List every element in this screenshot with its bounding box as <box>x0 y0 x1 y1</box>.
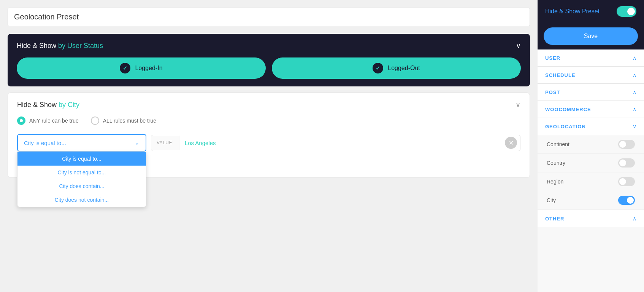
any-rule-label: ANY rule can be true <box>29 118 79 124</box>
sidebar-section-post[interactable]: POST ∧ <box>538 84 644 101</box>
logged-in-check <box>120 63 130 73</box>
all-rule-label: ALL rules must be true <box>103 118 156 124</box>
sidebar-user-label: USER <box>545 55 560 61</box>
right-sidebar: Hide & Show Preset Save USER ∧ SCHEDULE … <box>538 0 644 292</box>
sidebar-section-schedule[interactable]: SCHEDULE ∧ <box>538 67 644 84</box>
logged-in-label: Logged-In <box>135 65 162 72</box>
sidebar-other-chevron: ∧ <box>633 215 636 222</box>
all-rule-radio <box>91 116 99 125</box>
sidebar-schedule-chevron: ∧ <box>633 72 636 78</box>
logged-in-button[interactable]: Logged-In <box>17 57 266 79</box>
user-status-chevron[interactable]: ∨ <box>516 41 521 50</box>
dropdown-item-not-contains[interactable]: City does not contain... <box>17 193 146 207</box>
condition-dropdown-wrapper: City is equal to... ⌄ City is equal to..… <box>17 134 146 152</box>
geo-item-city: City <box>538 191 644 210</box>
value-wrapper: VALUE: ✕ <box>151 135 520 151</box>
geo-country-toggle[interactable] <box>618 158 635 168</box>
value-input[interactable] <box>179 135 505 151</box>
preset-toggle-switch[interactable] <box>617 6 636 17</box>
dropdown-chevron-icon: ⌄ <box>135 139 140 146</box>
logged-out-label: Logged-Out <box>388 65 420 72</box>
dropdown-item-equal[interactable]: City is equal to... <box>17 152 146 166</box>
sidebar-woocommerce-chevron: ∧ <box>633 106 636 112</box>
geo-continent-toggle[interactable] <box>618 140 635 149</box>
sidebar-section-geolocation[interactable]: GEOLOCATION ∨ <box>538 118 644 135</box>
geo-item-region: Region <box>538 172 644 191</box>
sidebar-post-label: POST <box>545 89 560 95</box>
dropdown-item-contains[interactable]: City does contain... <box>17 179 146 193</box>
sidebar-geolocation-label: GEOLOCATION <box>545 124 586 129</box>
sidebar-woocommerce-label: WOOCOMMERCE <box>545 107 591 112</box>
logged-out-check <box>373 63 383 73</box>
save-button[interactable]: Save <box>544 27 638 45</box>
sidebar-header: Hide & Show Preset <box>538 0 644 23</box>
user-status-section: Hide & Show by User Status ∨ Logged-In L… <box>8 34 530 86</box>
geo-city-toggle[interactable] <box>618 196 635 205</box>
city-section-title: Hide & Show by City <box>17 101 79 109</box>
geo-country-label: Country <box>547 160 565 166</box>
sidebar-section-other[interactable]: OTHER ∧ <box>538 210 644 227</box>
city-section-chevron[interactable]: ∨ <box>516 101 520 109</box>
dropdown-selected-value: City is equal to... <box>24 140 66 146</box>
geo-region-toggle[interactable] <box>618 177 635 186</box>
geo-continent-label: Continent <box>547 141 569 147</box>
condition-dropdown-menu: City is equal to... City is not equal to… <box>17 152 146 207</box>
geo-region-label: Region <box>547 179 563 185</box>
geo-item-continent: Continent <box>538 135 644 154</box>
sidebar-section-user[interactable]: USER ∧ <box>538 49 644 67</box>
user-status-title: Hide & Show by User Status <box>17 42 103 50</box>
value-label: VALUE: <box>151 136 179 150</box>
logged-out-button[interactable]: Logged-Out <box>272 57 521 79</box>
preset-title-input[interactable] <box>8 8 530 26</box>
sidebar-user-chevron: ∧ <box>633 55 636 61</box>
sidebar-section-woocommerce[interactable]: WOOCOMMERCE ∧ <box>538 101 644 118</box>
city-section: Hide & Show by City ∨ ANY rule can be tr… <box>8 93 530 178</box>
any-rule-radio <box>17 116 25 125</box>
dropdown-item-not-equal[interactable]: City is not equal to... <box>17 166 146 179</box>
sidebar-post-chevron: ∧ <box>633 89 636 95</box>
sidebar-sections: USER ∧ SCHEDULE ∧ POST ∧ WOOCOMMERCE ∧ G… <box>538 49 644 292</box>
sidebar-geolocation-chevron: ∨ <box>633 123 636 129</box>
geo-city-label: City <box>547 197 556 203</box>
sidebar-schedule-label: SCHEDULE <box>545 72 576 78</box>
condition-dropdown-trigger[interactable]: City is equal to... ⌄ <box>17 134 146 152</box>
clear-value-button[interactable]: ✕ <box>505 137 517 149</box>
all-rule-option[interactable]: ALL rules must be true <box>91 116 156 125</box>
rule-row: City is equal to... ⌄ City is equal to..… <box>17 134 520 152</box>
any-rule-option[interactable]: ANY rule can be true <box>17 116 79 125</box>
geo-item-country: Country <box>538 154 644 172</box>
sidebar-other-label: OTHER <box>545 216 565 222</box>
sidebar-header-title: Hide & Show Preset <box>545 8 600 15</box>
